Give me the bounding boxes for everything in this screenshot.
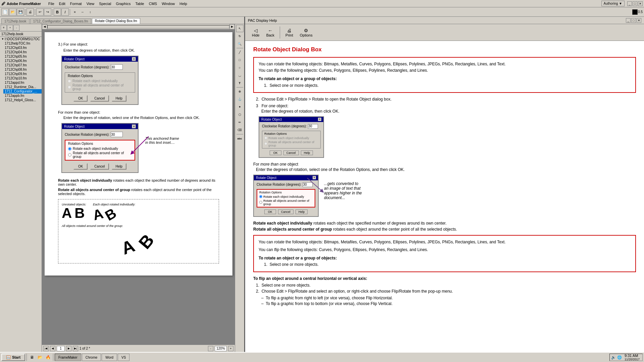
help-options-btn[interactable]: ⚙ Options [297, 26, 315, 39]
fm-dialog1-radio2[interactable]: Rotate all objects around center of grou… [68, 83, 132, 91]
sidebar-item-runtime[interactable]: 1712_Runtime_Dia... [3, 85, 42, 89]
fm-dialog1-help[interactable]: Help [112, 95, 127, 102]
zoom-in[interactable]: + [228, 346, 233, 351]
minimize-btn[interactable]: _ [627, 1, 632, 6]
restore-btn[interactable]: □ [633, 1, 637, 6]
fm-dialog1-ok[interactable]: OK [73, 95, 88, 102]
authoring-dropdown[interactable]: Authoring ▼ [601, 1, 625, 6]
sidebar-item-appd[interactable]: 1712appd.fm [3, 80, 42, 85]
help-restore[interactable]: □ [631, 18, 636, 23]
quick-launch-3[interactable]: 🔥 [44, 354, 52, 361]
open-btn[interactable]: 📂 [9, 8, 16, 16]
tab-configurator[interactable]: 1712_Configurator_Dialog_Boxes.fm [30, 18, 91, 24]
taskbar-chrome[interactable]: Chrome [82, 354, 101, 361]
sidebar-item-configurator[interactable]: 1712_Configurator_... [3, 89, 42, 94]
help-dialog2-radio1[interactable]: Rotate each object individually [259, 195, 313, 198]
fm-dialog2-input[interactable] [111, 132, 123, 137]
print-btn[interactable]: 🖨 [26, 8, 34, 16]
fm-dialog2-radio1[interactable]: Rotate each object individually [68, 147, 132, 150]
help-hide-btn[interactable]: ◁ Hide [249, 26, 262, 39]
nav-last[interactable]: ▶| [73, 346, 78, 351]
sidebar-item-toc[interactable]: 1712helpTOC.fm [3, 41, 42, 46]
tool-snap[interactable]: ⊕ [236, 88, 244, 95]
sidebar-item-chp09[interactable]: 1712Chp09.fm [3, 72, 42, 76]
quick-launch-2[interactable]: 📂 [36, 354, 44, 361]
sidebar-root[interactable]: ▼ I:\DOCS\FORMS\17OC [0, 37, 42, 41]
fm-dialog1-radio1[interactable]: Rotate each object individually [68, 79, 132, 83]
help-close[interactable]: ✕ [637, 18, 641, 23]
fm-dialog2-ok[interactable]: OK [73, 163, 88, 170]
nav-prev[interactable]: ◀ [50, 346, 55, 351]
sidebar-item-gloss[interactable]: 1712_Help4_Gloss... [3, 98, 42, 102]
tool-rect[interactable]: □ [236, 56, 244, 64]
start-button[interactable]: 🪟 Start [1, 354, 25, 361]
sidebar-tb-3[interactable]: - [13, 25, 19, 31]
tab-rotate[interactable]: Rotate Object Dialog Box.fm [92, 18, 140, 24]
tool-ellipse[interactable]: ○ [236, 64, 244, 71]
tool-anchor[interactable]: ⚓ [236, 96, 244, 103]
fm-dialog2-cancel[interactable]: Cancel [90, 163, 109, 170]
italic-btn[interactable]: I [61, 8, 69, 16]
bold-btn[interactable]: B [54, 8, 61, 16]
tool-bezier[interactable]: ✦ [236, 103, 244, 111]
sidebar-item-appb[interactable]: 1712appb.fm [3, 94, 42, 98]
nav-next[interactable]: ▶ [66, 346, 71, 351]
help-dialog2-radio2[interactable]: Rotate all objects around center of grou… [259, 199, 313, 206]
fm-dialog1-input[interactable] [111, 64, 123, 70]
menu-view[interactable]: View [85, 1, 97, 6]
quick-launch-1[interactable]: 🖥 [28, 354, 36, 361]
zoom-input[interactable] [215, 346, 227, 351]
taskbar-word[interactable]: Word [102, 354, 117, 361]
menu-help[interactable]: Help [177, 1, 189, 6]
help-dialog1-ok[interactable]: OK [270, 150, 281, 155]
menu-cms[interactable]: CMS [147, 1, 159, 6]
save-btn[interactable]: 💾 [17, 8, 24, 16]
close-btn[interactable]: ✕ [638, 1, 643, 6]
sidebar-item-chp08[interactable]: 1712Chp08.fm [3, 67, 42, 72]
fm-dialog1-cancel[interactable]: Cancel [90, 95, 109, 102]
tool-polygon[interactable]: ⬡ [236, 111, 244, 118]
tab-book[interactable]: 1712help.book [1, 18, 30, 24]
fm-dialog2-radio2[interactable]: Rotate all objects around center of grou… [68, 151, 132, 159]
help-minimize[interactable]: _ [626, 18, 631, 23]
menu-edit[interactable]: Edit [57, 1, 67, 6]
sidebar-item-chp03[interactable]: 1712Chp03.fm [3, 46, 42, 50]
sidebar-item-chp05[interactable]: 1712Chp05.fm [3, 54, 42, 59]
nav-first[interactable]: |◀ [43, 346, 49, 351]
sidebar-item-chp07[interactable]: 1712Chp07.fm [3, 63, 42, 67]
sidebar-item-chp06[interactable]: 1712Chp06.fm [3, 59, 42, 63]
menu-window[interactable]: Window [160, 1, 177, 6]
undo-btn[interactable]: ↩ [36, 8, 44, 16]
menu-special[interactable]: Special [97, 1, 113, 6]
taskbar-fm[interactable]: FrameMaker [55, 354, 81, 361]
tool-pen[interactable]: ✏ [236, 119, 244, 126]
taskbar-vs[interactable]: VS [118, 354, 129, 361]
redo-btn[interactable]: ↪ [44, 8, 51, 16]
sidebar-tb-2[interactable]: + [7, 25, 13, 31]
tool-line[interactable]: ╱ [236, 49, 244, 56]
tool-zoom[interactable]: 🔍 [236, 40, 244, 48]
help-print-btn[interactable]: 🖨 Print [283, 26, 296, 39]
page-number-input[interactable] [57, 346, 65, 351]
sidebar-tb-1[interactable]: ≡ [1, 25, 7, 31]
help-dialog1-help[interactable]: Help [301, 150, 313, 155]
zoom-out[interactable]: - [208, 346, 213, 351]
help-dialog2-ok[interactable]: OK [264, 209, 276, 214]
help-dialog2-help[interactable]: Help [296, 209, 308, 214]
hscroll-left[interactable]: ◀ [42, 24, 47, 29]
help-dialog1-close[interactable]: ✕ [318, 118, 321, 121]
help-dialog1-radio1[interactable]: Rotate each object individually [264, 136, 318, 140]
sidebar-item-chp10[interactable]: 1712Chp10.fm [3, 76, 42, 80]
help-dialog2-cancel[interactable]: Cancel [278, 209, 293, 214]
menu-graphics[interactable]: Graphics [114, 1, 132, 6]
tool-rotate[interactable]: ↻ [236, 33, 244, 40]
sidebar-item-chp04[interactable]: 1712Chp04.fm [3, 50, 42, 54]
tb-btn-5[interactable]: ↕ [87, 8, 94, 16]
color-black[interactable] [632, 9, 638, 15]
help-dialog1-input[interactable] [308, 124, 318, 129]
tool-select[interactable]: ↖ [236, 25, 244, 32]
fm-dialog1-close[interactable]: ✕ [132, 57, 136, 61]
new-btn[interactable]: 📄 [1, 8, 9, 16]
tool-abc[interactable]: abc [236, 135, 244, 142]
menu-format[interactable]: Format [68, 1, 84, 6]
